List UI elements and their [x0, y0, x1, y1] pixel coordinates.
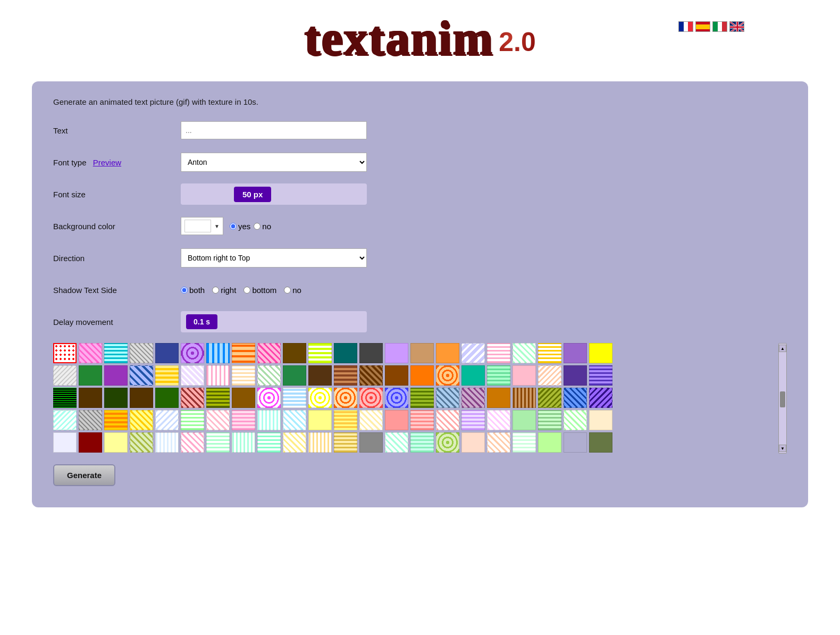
texture-cell[interactable] [461, 365, 485, 386]
texture-cell[interactable] [283, 365, 306, 386]
generate-button[interactable]: Generate [53, 464, 115, 486]
bgcolor-no-radio[interactable] [254, 223, 261, 230]
texture-cell[interactable] [461, 343, 485, 363]
texture-cell[interactable] [359, 410, 383, 430]
texture-cell[interactable] [538, 343, 561, 363]
texture-cell[interactable] [513, 343, 536, 363]
texture-cell[interactable] [436, 388, 459, 408]
texture-cell[interactable] [385, 388, 408, 408]
texture-cell[interactable] [359, 365, 383, 386]
text-input[interactable] [181, 121, 367, 139]
texture-cell[interactable] [206, 343, 230, 363]
texture-cell[interactable] [79, 365, 102, 386]
texture-cell[interactable] [232, 432, 255, 453]
texture-cell[interactable] [359, 432, 383, 453]
texture-cell[interactable] [104, 365, 128, 386]
texture-cell[interactable] [232, 343, 255, 363]
texture-cell[interactable] [181, 343, 204, 363]
texture-cell[interactable] [334, 388, 357, 408]
texture-cell[interactable] [410, 388, 434, 408]
texture-cell[interactable] [334, 343, 357, 363]
texture-cell[interactable] [104, 432, 128, 453]
texture-cell[interactable] [410, 410, 434, 430]
texture-cell[interactable] [487, 343, 510, 363]
texture-cell[interactable] [385, 410, 408, 430]
texture-cell[interactable] [308, 365, 332, 386]
scroll-up-arrow[interactable]: ▲ [779, 345, 786, 352]
texture-cell[interactable] [436, 432, 459, 453]
texture-cell[interactable] [589, 365, 612, 386]
texture-cell[interactable] [334, 410, 357, 430]
texture-cell[interactable] [283, 343, 306, 363]
texture-cell[interactable] [257, 432, 281, 453]
texture-cell[interactable] [564, 388, 587, 408]
shadow-both-radio[interactable] [181, 287, 188, 294]
texture-cell[interactable] [410, 432, 434, 453]
texture-cell[interactable] [436, 410, 459, 430]
texture-cell[interactable] [53, 432, 77, 453]
texture-cell[interactable] [79, 432, 102, 453]
shadow-right-radio[interactable] [212, 287, 219, 294]
texture-cell[interactable] [232, 410, 255, 430]
texture-cell[interactable] [53, 410, 77, 430]
texture-cell[interactable] [181, 432, 204, 453]
shadow-no-label[interactable]: no [284, 286, 301, 295]
shadow-no-radio[interactable] [284, 287, 291, 294]
color-selector[interactable]: ▼ [181, 217, 223, 235]
texture-cell[interactable] [308, 388, 332, 408]
preview-link[interactable]: Preview [93, 158, 121, 167]
italian-flag[interactable] [712, 21, 727, 32]
texture-cell[interactable] [155, 432, 179, 453]
shadow-bottom-label[interactable]: bottom [243, 286, 276, 295]
spanish-flag[interactable] [695, 21, 710, 32]
texture-cell[interactable] [257, 343, 281, 363]
french-flag[interactable] [678, 21, 693, 32]
texture-cell[interactable] [130, 365, 153, 386]
texture-cell[interactable] [513, 365, 536, 386]
texture-cell[interactable] [538, 388, 561, 408]
texture-cell[interactable] [513, 410, 536, 430]
british-flag[interactable] [729, 21, 744, 32]
texture-cell[interactable] [257, 410, 281, 430]
texture-cell[interactable] [436, 365, 459, 386]
texture-cell[interactable] [410, 343, 434, 363]
texture-cell[interactable] [334, 432, 357, 453]
texture-cell[interactable] [79, 343, 102, 363]
texture-cell[interactable] [385, 432, 408, 453]
texture-cell[interactable] [487, 410, 510, 430]
texture-cell[interactable] [564, 410, 587, 430]
texture-cell[interactable] [53, 388, 77, 408]
texture-cell[interactable] [257, 365, 281, 386]
texture-cell[interactable] [359, 388, 383, 408]
texture-cell[interactable] [79, 410, 102, 430]
texture-cell[interactable] [130, 388, 153, 408]
bgcolor-no-label[interactable]: no [254, 222, 271, 231]
texture-cell[interactable] [130, 343, 153, 363]
texture-scrollbar[interactable]: ▲ ▼ [778, 343, 787, 454]
texture-cell[interactable] [359, 343, 383, 363]
texture-cell[interactable] [232, 365, 255, 386]
texture-cell[interactable] [513, 388, 536, 408]
texture-cell[interactable] [181, 410, 204, 430]
texture-cell[interactable] [538, 432, 561, 453]
texture-cell[interactable] [104, 410, 128, 430]
texture-cell[interactable] [130, 432, 153, 453]
texture-cell[interactable] [155, 410, 179, 430]
texture-cell[interactable] [104, 343, 128, 363]
texture-cell[interactable] [283, 388, 306, 408]
texture-cell[interactable] [283, 410, 306, 430]
texture-cell[interactable] [181, 365, 204, 386]
texture-cell[interactable] [130, 410, 153, 430]
texture-cell[interactable] [232, 388, 255, 408]
font-select[interactable]: Anton Arial Comic Sans MS Georgia Impact… [181, 153, 367, 172]
texture-cell[interactable] [436, 343, 459, 363]
texture-cell[interactable] [461, 388, 485, 408]
texture-cell[interactable] [308, 432, 332, 453]
shadow-right-label[interactable]: right [212, 286, 236, 295]
texture-cell[interactable] [538, 410, 561, 430]
texture-cell[interactable] [206, 365, 230, 386]
texture-cell[interactable] [206, 410, 230, 430]
texture-cell[interactable] [283, 432, 306, 453]
texture-cell[interactable] [181, 388, 204, 408]
texture-cell[interactable] [487, 432, 510, 453]
